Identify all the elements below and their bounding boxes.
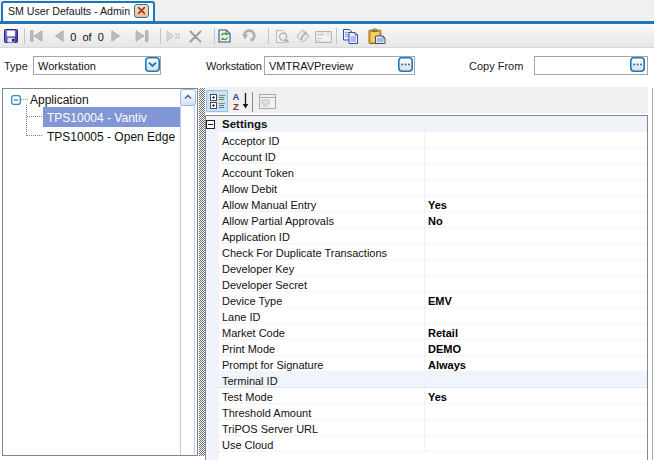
svg-text:Z: Z	[233, 101, 239, 112]
